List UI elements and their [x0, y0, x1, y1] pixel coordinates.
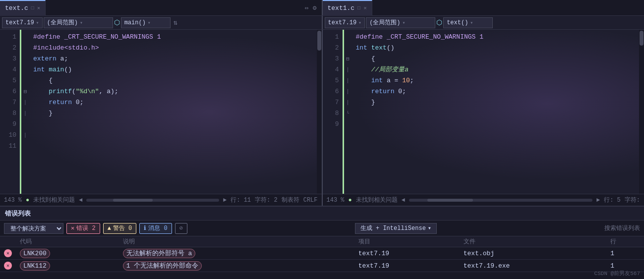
right-context-dropdown[interactable]: (全局范围) ▾	[366, 17, 435, 28]
left-scrollbar-thumb[interactable]	[317, 31, 321, 51]
build-chevron-icon: ▾	[428, 224, 431, 232]
error-file-2: text7.19.exe	[460, 260, 606, 272]
left-scope-dropdown[interactable]: text7.19 ▾	[2, 17, 43, 28]
left-context-dropdown[interactable]: (全局范围) ▾	[44, 17, 113, 28]
table-row[interactable]: ✕ LNK200 无法解析的外部符号 a text7.19 text.obj 1	[0, 247, 644, 260]
left-code-content: #define _CRT_SECURE_NO_WARNINGS 1 #inclu…	[29, 30, 322, 194]
error-desc-1: 无法解析的外部符号 a	[119, 247, 354, 260]
error-code-2: LNK112	[16, 260, 119, 272]
error-panel: 错误列表 整个解决方案 ✕ 错误 2 ▲ 警告 0 ℹ 消息 0 ⊘ 生	[0, 206, 644, 279]
right-tab-pin-icon[interactable]: □	[357, 5, 360, 11]
build-btn-label: 生成 + IntelliSense	[360, 224, 426, 232]
warning-triangle-icon: ▲	[108, 225, 111, 232]
left-tab-pin-icon[interactable]: □	[31, 5, 34, 11]
left-scope-label: text7.19	[5, 19, 34, 26]
error-code-1: LNK200	[16, 247, 119, 260]
left-tab-filename: text.c	[5, 4, 28, 12]
left-scrollbar[interactable]	[317, 30, 322, 194]
error-line-1: 1	[606, 247, 644, 260]
left-fold-icon-6[interactable]: ⊟	[24, 86, 27, 97]
col-code-header: 代码	[16, 236, 119, 247]
right-tab-text1-c[interactable]: text1.c □ ×	[323, 0, 372, 16]
warnings-badge[interactable]: ▲ 警告 0	[103, 223, 137, 234]
right-scope-dropdown[interactable]: text7.19 ▾	[325, 17, 365, 28]
col-file-header: 文件	[460, 236, 606, 247]
table-row[interactable]: ✕ LNK112 1 个无法解析的外部命令 text7.19 text7.19.…	[0, 260, 644, 272]
left-ok-dot: ●	[26, 197, 29, 204]
right-fold-gutter: ⊟ │ │ │ │ └	[344, 30, 352, 194]
info-circle-icon: ℹ	[144, 224, 146, 232]
right-char-info: 字符:	[625, 196, 640, 204]
errors-badge[interactable]: ✕ 错误 2	[66, 223, 100, 234]
error-toolbar: 整个解决方案 ✕ 错误 2 ▲ 警告 0 ℹ 消息 0 ⊘ 生成 + Intel…	[0, 221, 644, 236]
left-line-numbers: 12345 67891011	[0, 30, 20, 194]
left-function-chevron: ▾	[148, 20, 151, 26]
error-file-1: text.obj	[460, 247, 606, 260]
error-panel-header: 错误列表	[0, 207, 644, 221]
error-circle-icon: ✕	[4, 249, 12, 257]
left-hscrollbar-thumb[interactable]	[113, 199, 153, 202]
right-scope-label: text7.19	[328, 19, 357, 26]
search-label: 搜索错误列表	[604, 224, 640, 232]
gear-icon[interactable]: ⚙	[313, 4, 317, 12]
right-hscrollbar[interactable]	[409, 199, 592, 202]
right-function-chevron: ▾	[470, 20, 473, 26]
col-icon-header	[0, 236, 16, 247]
col-desc-header: 说明	[119, 236, 354, 247]
split-icon[interactable]: ⇔	[305, 4, 309, 12]
right-status-text: 未找到相关问题	[356, 196, 398, 204]
right-line-numbers: 12345 6789	[323, 30, 343, 194]
cube-icon-right: ⬡	[436, 18, 442, 27]
right-code-content: #define _CRT_SECURE_NO_WARNINGS 1 int te…	[352, 30, 644, 194]
right-zoom: 143 %	[327, 197, 345, 204]
sync-icon-left[interactable]: ⇅	[174, 18, 177, 27]
error-x-icon: ✕	[71, 224, 74, 232]
right-nav-right[interactable]: ►	[596, 197, 600, 204]
left-fold-gutter: ⊟ │ │ │	[21, 30, 29, 194]
left-char-info: 字符: 2	[255, 196, 278, 204]
messages-badge[interactable]: ℹ 消息 0	[139, 223, 172, 234]
right-hscrollbar-thumb[interactable]	[427, 199, 473, 202]
right-tab-filename: text1.c	[328, 4, 355, 12]
filter-badge[interactable]: ⊘	[175, 223, 187, 234]
right-context-chevron: ▾	[403, 20, 406, 26]
errors-label: 错误 2	[76, 224, 95, 232]
right-fold-icon-3[interactable]: ⊟	[346, 54, 350, 64]
right-function-label: text()	[447, 19, 468, 26]
error-table: 代码 说明 项目 文件 行 ✕ LNK200	[0, 236, 644, 272]
right-function-dropdown[interactable]: text() ▾	[443, 17, 493, 28]
col-line-header: 行	[606, 236, 644, 247]
left-nav-left[interactable]: ◄	[79, 197, 82, 204]
error-icon-1: ✕	[0, 247, 16, 260]
right-ok-dot: ●	[349, 197, 352, 204]
col-project-header: 项目	[354, 236, 460, 247]
left-status-bar: 143 % ● 未找到相关问题 ◄ ► 行: 11 字符: 2 制表符 CRLF	[0, 194, 322, 206]
left-hscrollbar[interactable]	[86, 199, 219, 202]
right-scope-chevron: ▾	[358, 20, 361, 26]
right-scrollbar[interactable]	[639, 30, 644, 194]
left-tab-text-c[interactable]: text.c □ ×	[0, 0, 46, 16]
left-lineend-info: CRLF	[303, 197, 318, 204]
error-table-container[interactable]: 代码 说明 项目 文件 行 ✕ LNK200	[0, 236, 644, 279]
right-nav-left[interactable]: ◄	[402, 197, 405, 204]
filter-icon: ⊘	[179, 224, 183, 232]
error-project-2: text7.19	[354, 260, 460, 272]
messages-label: 消息 0	[148, 224, 167, 232]
left-status-text: 未找到相关问题	[33, 196, 75, 204]
error-panel-title: 错误列表	[5, 209, 31, 218]
left-scope-chevron: ▾	[36, 20, 39, 26]
warnings-label: 警告 0	[113, 224, 132, 232]
right-scrollbar-thumb[interactable]	[640, 31, 644, 46]
left-tab-close-icon[interactable]: ×	[37, 5, 41, 11]
error-desc-2: 1 个无法解析的外部命令	[119, 260, 354, 272]
left-context-chevron: ▾	[80, 20, 83, 26]
right-tab-close-icon[interactable]: ×	[363, 5, 367, 11]
cube-icon-left: ⬡	[114, 18, 120, 27]
right-context-label: (全局范围)	[369, 18, 400, 27]
left-function-dropdown[interactable]: main() ▾	[121, 17, 171, 28]
scope-select[interactable]: 整个解决方案	[4, 223, 63, 234]
left-nav-right[interactable]: ►	[223, 197, 227, 204]
search-area: 搜索错误列表	[604, 224, 640, 232]
error-project-1: text7.19	[354, 247, 460, 260]
build-btn[interactable]: 生成 + IntelliSense ▾	[355, 223, 437, 234]
